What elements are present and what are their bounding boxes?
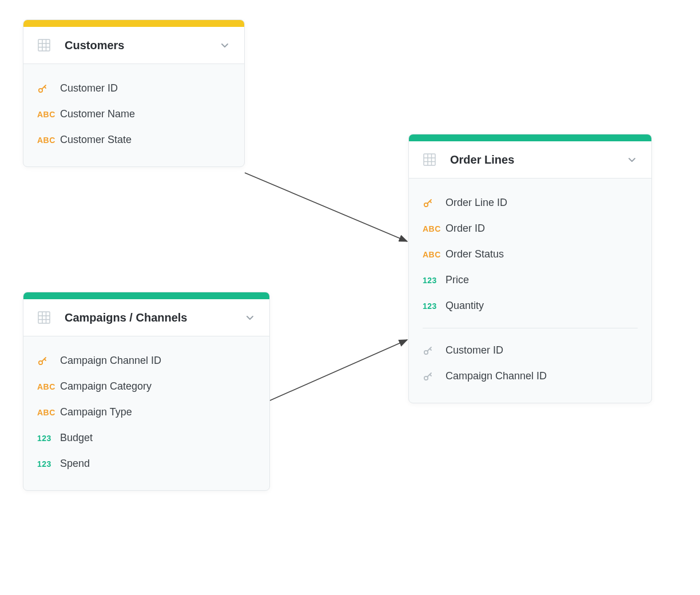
- chevron-down-icon[interactable]: [219, 39, 230, 51]
- number-icon: 123: [423, 302, 446, 311]
- field-row-order-id[interactable]: ABC Order ID: [423, 216, 638, 241]
- field-row-fk-campaign-channel-id[interactable]: Campaign Channel ID: [423, 363, 638, 389]
- svg-rect-8: [38, 312, 50, 323]
- svg-line-15: [45, 359, 46, 360]
- field-label: Order ID: [446, 223, 485, 235]
- card-header: Customers: [23, 27, 244, 64]
- chevron-down-icon[interactable]: [244, 312, 256, 323]
- number-icon: 123: [37, 459, 60, 469]
- key-icon: [423, 198, 446, 208]
- abc-icon: ABC: [423, 224, 446, 233]
- card-title: Order Lines: [450, 153, 626, 166]
- field-row-order-status[interactable]: ABC Order Status: [423, 241, 638, 267]
- abc-icon: ABC: [37, 110, 60, 119]
- diagram-canvas: Customers Customer ID ABC Customer Name …: [0, 0, 700, 595]
- field-row-price[interactable]: 123 Price: [423, 267, 638, 293]
- table-card-order-lines[interactable]: Order Lines Order Line ID ABC Order ID A…: [408, 134, 652, 403]
- field-label: Customer Name: [60, 108, 135, 120]
- chevron-down-icon[interactable]: [626, 154, 638, 165]
- svg-line-7: [45, 86, 46, 88]
- field-row-customer-id[interactable]: Customer ID: [37, 76, 230, 101]
- abc-icon: ABC: [423, 250, 446, 259]
- card-accent-bar: [23, 20, 244, 27]
- field-label: Campaign Channel ID: [60, 355, 161, 367]
- card-body: Campaign Channel ID ABC Campaign Categor…: [23, 336, 269, 490]
- key-icon: [37, 356, 60, 366]
- field-row-campaign-channel-id[interactable]: Campaign Channel ID: [37, 348, 256, 374]
- number-icon: 123: [423, 276, 446, 285]
- abc-icon: ABC: [37, 382, 60, 391]
- field-row-customer-name[interactable]: ABC Customer Name: [37, 101, 230, 127]
- card-body: Customer ID ABC Customer Name ABC Custom…: [23, 64, 244, 166]
- svg-line-23: [430, 201, 432, 203]
- arrow-customers-to-orderlines: [245, 173, 407, 241]
- number-icon: 123: [37, 434, 60, 443]
- card-body: Order Line ID ABC Order ID ABC Order Sta…: [409, 178, 651, 403]
- foreign-key-icon: [423, 346, 446, 356]
- foreign-key-icon: [423, 371, 446, 382]
- section-divider: [423, 328, 638, 328]
- table-icon: [423, 153, 436, 166]
- key-icon: [37, 84, 60, 94]
- card-title: Customers: [65, 39, 219, 52]
- card-header: Campaigns / Channels: [23, 299, 269, 336]
- field-row-customer-state[interactable]: ABC Customer State: [37, 127, 230, 153]
- field-label: Customer ID: [60, 82, 118, 94]
- svg-line-26: [430, 348, 432, 350]
- abc-icon: ABC: [37, 408, 60, 417]
- svg-rect-16: [424, 154, 435, 165]
- card-accent-bar: [409, 134, 651, 141]
- card-title: Campaigns / Channels: [65, 311, 244, 324]
- field-row-fk-customer-id[interactable]: Customer ID: [423, 338, 638, 363]
- field-row-spend[interactable]: 123 Spend: [37, 451, 256, 477]
- field-row-quantity[interactable]: 123 Quantity: [423, 293, 638, 319]
- field-label: Customer State: [60, 134, 132, 146]
- field-label: Budget: [60, 432, 93, 444]
- arrow-campaigns-to-orderlines: [270, 340, 407, 400]
- field-label: Order Status: [446, 248, 504, 260]
- card-accent-bar: [23, 292, 269, 299]
- field-label: Campaign Channel ID: [446, 370, 547, 382]
- field-label: Spend: [60, 458, 90, 470]
- table-card-campaigns[interactable]: Campaigns / Channels Campaign Channel ID…: [23, 292, 270, 491]
- field-row-order-line-id[interactable]: Order Line ID: [423, 190, 638, 216]
- field-label: Quantity: [446, 300, 484, 312]
- field-label: Order Line ID: [446, 197, 507, 209]
- field-label: Campaign Type: [60, 406, 132, 418]
- table-icon: [37, 38, 51, 52]
- field-label: Campaign Category: [60, 380, 152, 392]
- card-header: Order Lines: [409, 141, 651, 178]
- abc-icon: ABC: [37, 136, 60, 145]
- table-icon: [37, 311, 51, 324]
- field-row-campaign-category[interactable]: ABC Campaign Category: [37, 374, 256, 399]
- svg-rect-0: [38, 39, 50, 51]
- svg-line-29: [430, 374, 432, 376]
- table-card-customers[interactable]: Customers Customer ID ABC Customer Name …: [23, 19, 245, 167]
- field-row-budget[interactable]: 123 Budget: [37, 425, 256, 451]
- field-label: Customer ID: [446, 344, 503, 356]
- field-row-campaign-type[interactable]: ABC Campaign Type: [37, 399, 256, 425]
- field-label: Price: [446, 274, 469, 286]
